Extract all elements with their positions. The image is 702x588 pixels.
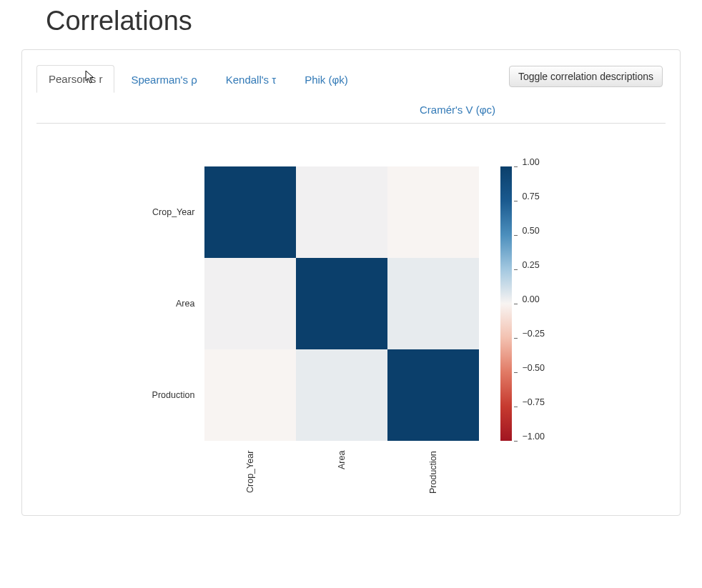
heatmap-cell xyxy=(296,349,387,441)
heatmap-cell xyxy=(204,258,296,349)
tabs: Pearson's r Spearman's ρ Kendall's τ Phi… xyxy=(36,64,509,123)
heatmap-cell xyxy=(204,349,296,441)
x-label: Production xyxy=(387,448,479,498)
tabs-row: Pearson's r Spearman's ρ Kendall's τ Phi… xyxy=(36,64,666,124)
page-title: Correlations xyxy=(46,6,702,36)
heatmap-cell xyxy=(204,166,296,258)
heatmap-grid-container: Crop_Year Area Production xyxy=(204,166,479,498)
colorbar: 1.000.750.500.250.00−0.25−0.50−0.75−1.00 xyxy=(500,166,550,441)
tab-cramer[interactable]: Cramér's V (φc) xyxy=(408,98,507,123)
tab-kendall[interactable]: Kendall's τ xyxy=(214,66,289,93)
y-axis-labels: Crop_Year Area Production xyxy=(152,166,198,441)
heatmap-cell xyxy=(296,166,387,258)
heatmap-cell xyxy=(387,258,479,349)
heatmap-cell xyxy=(387,349,479,441)
heatmap-chart: Crop_Year Area Production Crop_Year Area… xyxy=(36,124,666,498)
colorbar-gradient xyxy=(500,166,512,441)
heatmap-wrap: Crop_Year Area Production Crop_Year Area… xyxy=(152,166,480,498)
x-axis-labels: Crop_Year Area Production xyxy=(204,448,479,498)
heatmap-cell xyxy=(387,166,479,258)
toggle-descriptions-button[interactable]: Toggle correlation descriptions xyxy=(509,66,663,87)
x-label: Area xyxy=(296,448,387,498)
x-label: Crop_Year xyxy=(204,448,296,498)
heatmap-cell xyxy=(296,258,387,349)
correlations-panel: Pearson's r Spearman's ρ Kendall's τ Phi… xyxy=(21,49,681,516)
y-label: Area xyxy=(152,258,198,349)
heatmap-grid xyxy=(204,166,479,441)
tab-spearman[interactable]: Spearman's ρ xyxy=(119,66,209,93)
tab-phik[interactable]: Phik (φk) xyxy=(292,66,360,93)
y-label: Production xyxy=(152,349,198,441)
colorbar-ticks: 1.000.750.500.250.00−0.25−0.50−0.75−1.00 xyxy=(514,166,550,441)
tab-pearson[interactable]: Pearson's r xyxy=(36,65,114,93)
y-label: Crop_Year xyxy=(152,166,198,258)
